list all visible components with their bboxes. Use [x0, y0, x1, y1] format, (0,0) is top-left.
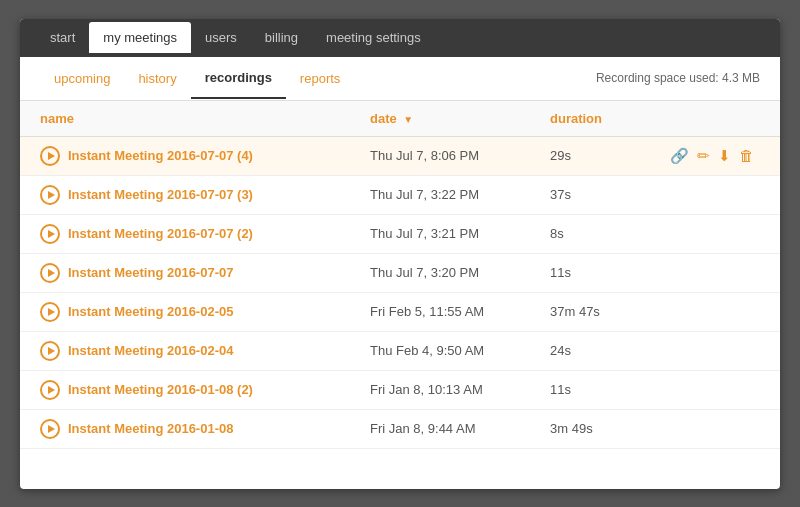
play-icon[interactable] — [40, 224, 60, 244]
meeting-name[interactable]: Instant Meeting 2016-07-07 (3) — [68, 187, 253, 202]
row-name-cell: Instant Meeting 2016-07-07 (4) — [40, 146, 370, 166]
row-name-cell: Instant Meeting 2016-07-07 (3) — [40, 185, 370, 205]
row-name-cell: Instant Meeting 2016-07-07 — [40, 263, 370, 283]
meeting-name[interactable]: Instant Meeting 2016-07-07 — [68, 265, 233, 280]
row-duration: 29s — [550, 148, 670, 163]
top-nav-item-start[interactable]: start — [36, 22, 89, 53]
svg-marker-3 — [48, 191, 55, 199]
recording-space-label: Recording space used: 4.3 MB — [596, 71, 760, 85]
row-date: Fri Jan 8, 10:13 AM — [370, 382, 550, 397]
svg-marker-1 — [48, 152, 55, 160]
play-icon[interactable] — [40, 185, 60, 205]
meeting-name[interactable]: Instant Meeting 2016-02-04 — [68, 343, 233, 358]
tab-upcoming[interactable]: upcoming — [40, 59, 124, 98]
play-icon[interactable] — [40, 419, 60, 439]
row-date: Thu Jul 7, 3:22 PM — [370, 187, 550, 202]
col-header-duration: duration — [550, 111, 670, 126]
table-row: Instant Meeting 2016-01-08 (2)Fri Jan 8,… — [20, 371, 780, 410]
col-header-actions — [670, 111, 760, 126]
row-duration: 3m 49s — [550, 421, 670, 436]
sort-arrow-icon: ▼ — [403, 114, 413, 125]
play-icon[interactable] — [40, 263, 60, 283]
edit-icon[interactable]: ✏ — [697, 147, 710, 165]
download-icon[interactable]: ⬇ — [718, 147, 731, 165]
meeting-name[interactable]: Instant Meeting 2016-01-08 (2) — [68, 382, 253, 397]
row-duration: 11s — [550, 265, 670, 280]
row-actions: 🔗✏⬇🗑 — [670, 147, 760, 165]
svg-marker-11 — [48, 347, 55, 355]
top-nav-item-users[interactable]: users — [191, 22, 251, 53]
meeting-name[interactable]: Instant Meeting 2016-02-05 — [68, 304, 233, 319]
play-icon[interactable] — [40, 302, 60, 322]
meeting-name[interactable]: Instant Meeting 2016-07-07 (4) — [68, 148, 253, 163]
delete-icon[interactable]: 🗑 — [739, 147, 754, 164]
row-name-cell: Instant Meeting 2016-01-08 — [40, 419, 370, 439]
row-date: Thu Feb 4, 9:50 AM — [370, 343, 550, 358]
meeting-name[interactable]: Instant Meeting 2016-01-08 — [68, 421, 233, 436]
tab-reports[interactable]: reports — [286, 59, 354, 98]
row-date: Thu Jul 7, 3:20 PM — [370, 265, 550, 280]
row-date: Fri Jan 8, 9:44 AM — [370, 421, 550, 436]
row-duration: 24s — [550, 343, 670, 358]
svg-marker-7 — [48, 269, 55, 277]
sub-navigation: upcoming history recordings reports Reco… — [20, 57, 780, 101]
col-header-name: name — [40, 111, 370, 126]
row-name-cell: Instant Meeting 2016-02-05 — [40, 302, 370, 322]
table-header-row: name date ▼ duration — [20, 101, 780, 137]
row-duration: 8s — [550, 226, 670, 241]
play-icon[interactable] — [40, 380, 60, 400]
svg-marker-5 — [48, 230, 55, 238]
meeting-name[interactable]: Instant Meeting 2016-07-07 (2) — [68, 226, 253, 241]
row-name-cell: Instant Meeting 2016-01-08 (2) — [40, 380, 370, 400]
row-date: Fri Feb 5, 11:55 AM — [370, 304, 550, 319]
table-row: Instant Meeting 2016-02-04Thu Feb 4, 9:5… — [20, 332, 780, 371]
tab-history[interactable]: history — [124, 59, 190, 98]
top-navigation: startmy meetingsusersbillingmeeting sett… — [20, 19, 780, 57]
table-row: Instant Meeting 2016-07-07 (3)Thu Jul 7,… — [20, 176, 780, 215]
table-row: Instant Meeting 2016-07-07Thu Jul 7, 3:2… — [20, 254, 780, 293]
top-nav-item-billing[interactable]: billing — [251, 22, 312, 53]
svg-marker-13 — [48, 386, 55, 394]
row-duration: 37m 47s — [550, 304, 670, 319]
table-row: Instant Meeting 2016-01-08Fri Jan 8, 9:4… — [20, 410, 780, 449]
table-row: Instant Meeting 2016-07-07 (2)Thu Jul 7,… — [20, 215, 780, 254]
play-icon[interactable] — [40, 146, 60, 166]
row-date: Thu Jul 7, 3:21 PM — [370, 226, 550, 241]
table-body: Instant Meeting 2016-07-07 (4)Thu Jul 7,… — [20, 137, 780, 449]
row-date: Thu Jul 7, 8:06 PM — [370, 148, 550, 163]
table-row: Instant Meeting 2016-07-07 (4)Thu Jul 7,… — [20, 137, 780, 176]
row-name-cell: Instant Meeting 2016-07-07 (2) — [40, 224, 370, 244]
tab-recordings[interactable]: recordings — [191, 58, 286, 99]
top-nav-item-meeting-settings[interactable]: meeting settings — [312, 22, 435, 53]
table-row: Instant Meeting 2016-02-05Fri Feb 5, 11:… — [20, 293, 780, 332]
col-header-date[interactable]: date ▼ — [370, 111, 550, 126]
svg-marker-15 — [48, 425, 55, 433]
row-name-cell: Instant Meeting 2016-02-04 — [40, 341, 370, 361]
row-duration: 11s — [550, 382, 670, 397]
recordings-table: name date ▼ duration Instant Meeting 201… — [20, 101, 780, 449]
row-duration: 37s — [550, 187, 670, 202]
play-icon[interactable] — [40, 341, 60, 361]
svg-marker-9 — [48, 308, 55, 316]
top-nav-item-my-meetings[interactable]: my meetings — [89, 22, 191, 53]
link-icon[interactable]: 🔗 — [670, 147, 689, 165]
app-window: startmy meetingsusersbillingmeeting sett… — [20, 19, 780, 489]
